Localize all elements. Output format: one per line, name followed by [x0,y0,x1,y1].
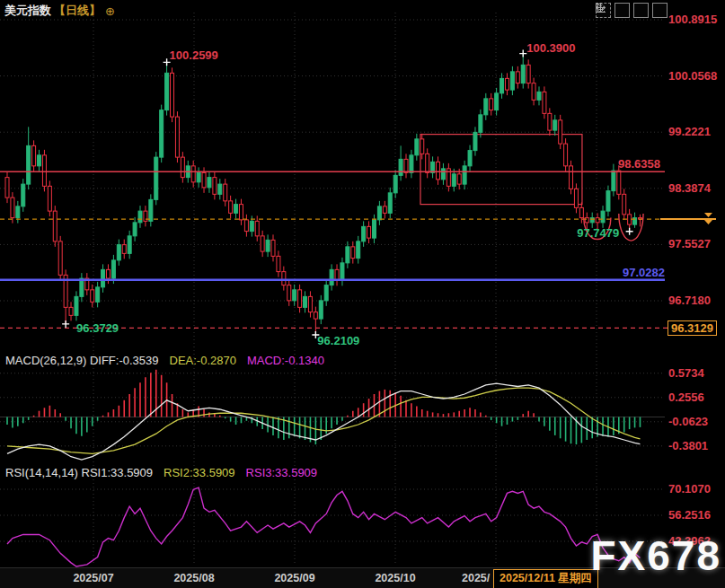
period-label: 【日线】 [54,3,101,19]
date-axis-label: 2025/07 [73,572,113,584]
macd-dea-value: DEA:-0.2870 [170,354,236,367]
rsi1-value: RSI(14,14,14) RSI1:33.5909 [5,466,153,479]
extreme-markers [62,50,633,338]
y-axis-label: 96.7180 [668,294,724,307]
y-axis-label: 70.1070 [668,482,724,496]
macd-diff-value: MACD(26,12,9) DIFF:-0.3539 [5,354,159,367]
resistance-price-label: 98.6358 [618,157,660,171]
chart-toolbar [596,3,668,18]
scale-x-axis-icon[interactable] [633,3,649,18]
chart-window: 美元指数 【日线】 ⊕ MACD(26,12,9) DIFF:-0.3539DE… [0,0,725,588]
latest-date-badge: 2025/12/11 星期四 [493,569,598,588]
rsi3-value: RSI3:33.5909 [246,466,318,479]
y-axis-label: 100.0568 [668,69,724,83]
y-axis-label: 0.2556 [668,391,724,404]
high-price-label: 100.2599 [170,48,218,62]
y-axis-label: 100.8915 [668,13,724,26]
add-indicator-icon[interactable]: ⊕ [105,4,115,18]
low-price-label: 96.3729 [76,321,119,335]
low-price-label: 96.2109 [317,334,359,347]
support-price-label: 97.0282 [623,266,665,279]
instrument-title: 美元指数 [4,3,51,19]
high-price-label: 100.3900 [526,41,575,55]
y-axis-label: 97.5527 [668,237,724,250]
macd-macd-value: MACD:-0.1340 [247,354,324,367]
y-axis-label: 0.5734 [668,366,724,380]
y-axis-label: -0.3801 [668,439,724,452]
y-axis-label: 98.3874 [668,181,724,195]
rsi-pane [7,487,640,566]
title-bar: 美元指数 【日线】 ⊕ [4,3,115,19]
date-axis-label: 2025/10 [375,572,415,584]
rsi2-value: RSI2:33.5909 [164,466,235,479]
scale-y-axis-icon[interactable] [614,3,630,18]
watermark: FX678 [590,531,721,580]
reset-axis-icon[interactable] [652,3,668,18]
y-axis-label: 56.2516 [668,508,724,522]
y-axis-label: -0.0623 [668,415,724,428]
macd-legend: MACD(26,12,9) DIFF:-0.3539DEA:-0.2870MAC… [5,354,324,367]
candlesticks [5,54,641,335]
date-axis-label: 2025/08 [173,572,214,584]
alert-price-label: 96.3129 [668,320,717,336]
rsi-legend: RSI(14,14,14) RSI1:33.5909RSI2:33.5909RS… [5,466,317,479]
date-axis-label: 2025/ [462,572,490,584]
date-axis-label: 2025/09 [274,572,314,584]
y-axis-label: 99.2221 [668,125,724,138]
low-price-label: 97.7479 [577,226,619,240]
chart-canvas[interactable] [0,0,725,588]
